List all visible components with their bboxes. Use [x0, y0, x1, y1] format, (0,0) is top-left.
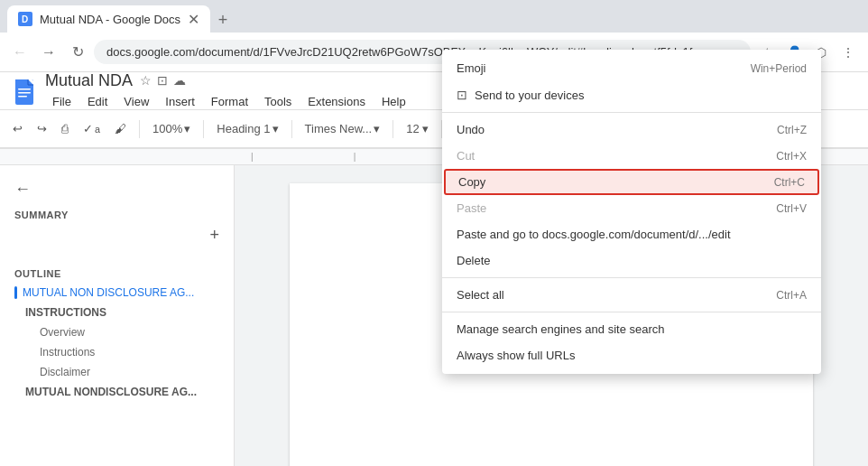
menu-item-cut-shortcut: Ctrl+X	[776, 150, 807, 163]
menu-item-undo-label: Undo	[457, 123, 485, 136]
menu-item-send-to-devices[interactable]: ⊡ Send to your devices	[442, 81, 821, 108]
menu-item-delete[interactable]: Delete	[442, 247, 821, 274]
menu-item-copy-shortcut: Ctrl+C	[774, 176, 805, 189]
menu-item-paste-label: Paste	[457, 201, 486, 215]
menu-item-emoji-shortcut: Win+Period	[751, 62, 807, 75]
menu-item-emoji[interactable]: Emoji Win+Period	[442, 55, 821, 81]
menu-item-select-all-label: Select all	[457, 288, 504, 302]
context-menu: Emoji Win+Period ⊡ Send to your devices …	[442, 50, 821, 374]
menu-item-paste-go[interactable]: Paste and go to docs.google.com/document…	[442, 221, 821, 247]
menu-item-show-urls-label: Always show full URLs	[457, 349, 576, 362]
menu-item-cut: Cut Ctrl+X	[442, 143, 821, 169]
menu-item-paste: Paste Ctrl+V	[442, 195, 821, 221]
menu-item-paste-go-label: Paste and go to docs.google.com/document…	[457, 228, 731, 241]
menu-item-undo[interactable]: Undo Ctrl+Z	[442, 116, 821, 143]
context-menu-overlay: Emoji Win+Period ⊡ Send to your devices …	[0, 0, 868, 466]
menu-item-copy[interactable]: Copy Ctrl+C	[444, 169, 819, 195]
menu-item-manage-search-label: Manage search engines and site search	[457, 322, 665, 336]
menu-item-paste-shortcut: Ctrl+V	[776, 202, 807, 215]
menu-divider-2	[442, 277, 821, 278]
send-to-devices-icon: ⊡	[457, 88, 467, 102]
browser-frame: D Mutual NDA - Google Docs ✕ + ← → ↻ ☆ 👤…	[0, 0, 868, 466]
menu-divider-1	[442, 112, 821, 113]
menu-item-show-urls[interactable]: Always show full URLs	[442, 342, 821, 368]
menu-item-emoji-label: Emoji	[457, 61, 486, 75]
menu-item-undo-shortcut: Ctrl+Z	[777, 124, 807, 136]
menu-item-cut-label: Cut	[457, 149, 475, 163]
menu-item-copy-label: Copy	[458, 175, 485, 189]
menu-item-select-all-shortcut: Ctrl+A	[776, 289, 807, 302]
menu-item-manage-search[interactable]: Manage search engines and site search	[442, 316, 821, 342]
menu-item-delete-label: Delete	[457, 254, 491, 267]
menu-item-select-all[interactable]: Select all Ctrl+A	[442, 282, 821, 308]
menu-item-send-label: Send to your devices	[475, 89, 584, 102]
menu-divider-3	[442, 312, 821, 312]
